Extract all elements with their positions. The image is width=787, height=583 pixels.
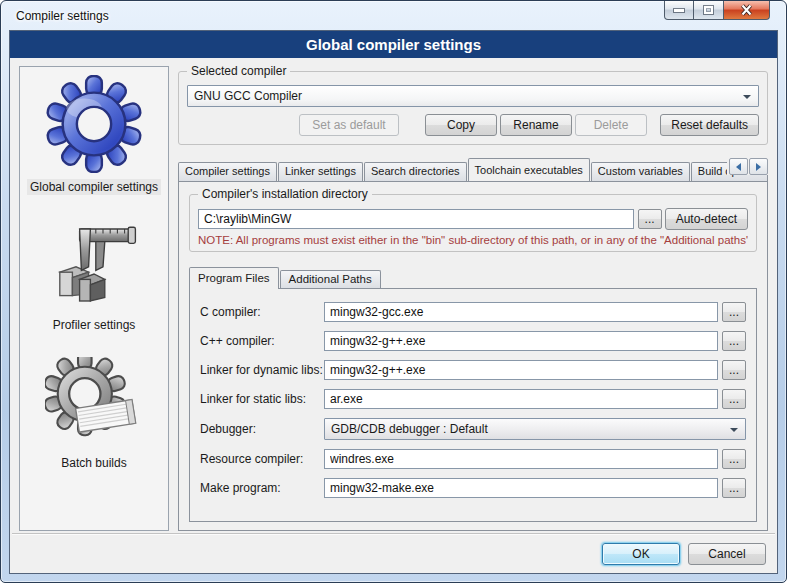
- gray-gear-icon: [45, 357, 143, 449]
- subtab-additional-paths[interactable]: Additional Paths: [280, 270, 381, 288]
- sidebar-item-label: Batch builds: [58, 455, 129, 471]
- reset-defaults-button[interactable]: Reset defaults: [660, 114, 759, 136]
- field-row-c-compiler: C compiler: ...: [200, 302, 746, 322]
- selected-compiler-group-label: Selected compiler: [187, 64, 290, 78]
- field-label: C compiler:: [200, 305, 324, 319]
- titlebar[interactable]: Compiler settings: [9, 1, 778, 30]
- toolchain-executables-panel: Compiler's installation directory ... Au…: [178, 181, 768, 531]
- sidebar-item-label: Profiler settings: [50, 317, 139, 333]
- field-row-debugger: Debugger: GDB/CDB debugger : Default: [200, 418, 746, 440]
- window-title: Compiler settings: [16, 9, 109, 23]
- browse-static-linker-button[interactable]: ...: [722, 389, 746, 409]
- tab-custom-variables[interactable]: Custom variables: [591, 162, 690, 181]
- field-row-static-linker: Linker for static libs: ...: [200, 389, 746, 409]
- arrow-left-icon: [736, 163, 741, 171]
- selected-compiler-value: GNU GCC Compiler: [194, 89, 302, 103]
- maximize-icon: [704, 6, 713, 14]
- minimize-icon: [674, 9, 684, 12]
- settings-category-list: Global compiler settings: [19, 66, 169, 531]
- selected-compiler-dropdown[interactable]: GNU GCC Compiler: [187, 85, 759, 107]
- set-as-default-button[interactable]: Set as default: [299, 114, 399, 136]
- installation-directory-input[interactable]: [198, 209, 634, 229]
- debugger-value: GDB/CDB debugger : Default: [331, 422, 488, 436]
- make-program-input[interactable]: [324, 478, 718, 498]
- c-compiler-input[interactable]: [324, 302, 718, 322]
- browse-c-compiler-button[interactable]: ...: [722, 302, 746, 322]
- sidebar-item-batch-builds[interactable]: Batch builds: [45, 357, 143, 471]
- auto-detect-button[interactable]: Auto-detect: [665, 208, 748, 230]
- tab-compiler-settings[interactable]: Compiler settings: [178, 162, 277, 181]
- installation-directory-group-label: Compiler's installation directory: [198, 187, 372, 201]
- static-linker-input[interactable]: [324, 389, 718, 409]
- copy-button[interactable]: Copy: [425, 114, 497, 136]
- field-row-dynamic-linker: Linker for dynamic libs: ...: [200, 360, 746, 380]
- sidebar-item-profiler-settings[interactable]: Profiler settings: [49, 219, 139, 333]
- browse-cpp-compiler-button[interactable]: ...: [722, 331, 746, 351]
- chevron-down-icon: [730, 428, 738, 432]
- compiler-settings-window: Compiler settings Global compiler settin…: [0, 0, 787, 583]
- field-label: Linker for static libs:: [200, 392, 324, 406]
- tab-linker-settings[interactable]: Linker settings: [278, 162, 363, 181]
- blue-gear-icon: [45, 75, 143, 173]
- arrow-right-icon: [756, 163, 761, 171]
- minimize-button[interactable]: [664, 1, 694, 20]
- compiler-tabs: Compiler settings Linker settings Search…: [178, 156, 768, 181]
- tab-scroll-left-button[interactable]: [729, 158, 748, 175]
- field-label: Resource compiler:: [200, 452, 324, 466]
- dialog-client: Global compiler settings: [9, 30, 778, 574]
- browse-directory-button[interactable]: ...: [638, 209, 662, 229]
- field-row-make-program: Make program: ...: [200, 478, 746, 498]
- installation-directory-group: Compiler's installation directory ... Au…: [189, 194, 757, 252]
- program-files-panel: C compiler: ... C++ compiler:: [189, 288, 757, 522]
- dialog-header-title: Global compiler settings: [306, 36, 481, 53]
- field-label: C++ compiler:: [200, 334, 324, 348]
- window-controls: [664, 1, 770, 20]
- cpp-compiler-input[interactable]: [324, 331, 718, 351]
- field-label: Linker for dynamic libs:: [200, 363, 324, 377]
- resource-compiler-input[interactable]: [324, 449, 718, 469]
- close-icon: [740, 4, 753, 16]
- field-row-resource-compiler: Resource compiler: ...: [200, 449, 746, 469]
- browse-make-program-button[interactable]: ...: [722, 478, 746, 498]
- tab-scroll-controls: [727, 158, 768, 175]
- tab-toolchain-executables[interactable]: Toolchain executables: [468, 158, 590, 181]
- field-label: Make program:: [200, 481, 324, 495]
- program-files-tabs: Program Files Additional Paths: [189, 266, 757, 288]
- sidebar-item-label: Global compiler settings: [27, 179, 161, 195]
- chevron-down-icon: [743, 95, 751, 99]
- sidebar-item-global-compiler-settings[interactable]: Global compiler settings: [27, 75, 161, 195]
- selected-compiler-group: Selected compiler GNU GCC Compiler Set a…: [178, 71, 768, 145]
- caliper-icon: [49, 219, 139, 311]
- dynamic-linker-input[interactable]: [324, 360, 718, 380]
- dialog-footer: OK Cancel: [12, 533, 775, 573]
- maximize-button[interactable]: [694, 1, 724, 20]
- dialog-header: Global compiler settings: [10, 31, 777, 58]
- close-button[interactable]: [724, 1, 770, 20]
- cancel-button[interactable]: Cancel: [688, 543, 766, 565]
- field-label: Debugger:: [200, 422, 324, 436]
- browse-dynamic-linker-button[interactable]: ...: [722, 360, 746, 380]
- delete-button[interactable]: Delete: [575, 114, 647, 136]
- subtab-program-files[interactable]: Program Files: [189, 267, 279, 289]
- rename-button[interactable]: Rename: [500, 114, 572, 136]
- installation-note: NOTE: All programs must exist either in …: [198, 234, 748, 246]
- tab-search-directories[interactable]: Search directories: [364, 162, 467, 181]
- browse-resource-compiler-button[interactable]: ...: [722, 449, 746, 469]
- field-row-cpp-compiler: C++ compiler: ...: [200, 331, 746, 351]
- tab-scroll-right-button[interactable]: [749, 158, 768, 175]
- ok-button[interactable]: OK: [602, 543, 680, 565]
- debugger-dropdown[interactable]: GDB/CDB debugger : Default: [324, 418, 746, 440]
